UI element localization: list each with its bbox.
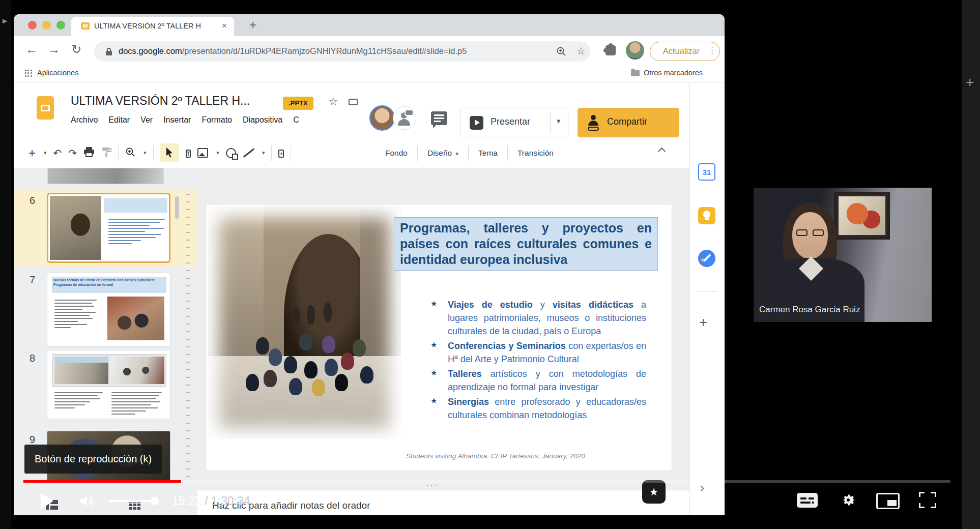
- menu-editar[interactable]: Editar: [108, 115, 130, 125]
- tab-title: ULTIMA VERSIÓN 2º TALLER H: [94, 22, 216, 32]
- menu-c[interactable]: C: [293, 115, 300, 125]
- speaker-notes-bar[interactable]: Haz clic para añadir notas del orador ★: [197, 490, 689, 515]
- slide-thumbnail-6-selected[interactable]: [47, 193, 170, 263]
- calendar-icon[interactable]: 31: [698, 163, 715, 181]
- window-close-button[interactable]: [28, 21, 37, 30]
- present-button[interactable]: Presentar ▾: [460, 108, 568, 137]
- apps-grid-icon[interactable]: [25, 70, 32, 77]
- slide-number: 7: [30, 274, 35, 286]
- window-zoom-button[interactable]: [56, 21, 65, 30]
- volume-slider-knob[interactable]: [151, 497, 159, 505]
- forward-button[interactable]: →: [48, 42, 60, 56]
- insert-shape-button[interactable]: [226, 148, 236, 158]
- new-slide-button[interactable]: +: [28, 146, 36, 160]
- transition-button[interactable]: Transición: [508, 149, 563, 158]
- thumbnail-text-line: [54, 395, 98, 396]
- speaker-name-label: Carmen Rosa Garcia Ruiz: [759, 305, 860, 315]
- move-folder-icon[interactable]: [349, 99, 358, 105]
- share-person-body-icon: [588, 121, 598, 126]
- collaborator-avatar[interactable]: [369, 105, 395, 131]
- volume-button[interactable]: [78, 493, 96, 509]
- menu-archivo[interactable]: Archivo: [71, 115, 98, 125]
- image-caret-icon[interactable]: ▾: [216, 150, 219, 156]
- theme-button[interactable]: Tema: [469, 149, 507, 158]
- share-person-icon: [591, 115, 596, 120]
- share-button[interactable]: Compartir: [578, 108, 679, 137]
- select-tool-button[interactable]: [160, 143, 179, 162]
- document-title[interactable]: ULTIMA VERSIÓN 2º TALLER H...: [71, 94, 250, 108]
- thumbnail-text-line: [111, 398, 156, 399]
- zoom-page-icon[interactable]: [556, 46, 566, 58]
- hide-panel-chevron-icon[interactable]: ›: [700, 481, 704, 495]
- star-document-icon[interactable]: ☆: [328, 95, 338, 108]
- menu-insertar[interactable]: Insertar: [163, 115, 191, 125]
- thumbnail-text-line: [111, 395, 159, 396]
- progress-bar-elapsed: [23, 480, 181, 483]
- play-button[interactable]: [41, 493, 53, 509]
- collapse-toolbar-icon[interactable]: [659, 146, 667, 155]
- anonymous-viewer-avatar[interactable]: [393, 106, 416, 130]
- slide-thumbnail-7[interactable]: Nuevas formas de entrar en contacto con …: [47, 273, 170, 347]
- settings-gear-icon[interactable]: [840, 491, 857, 509]
- keep-icon[interactable]: [698, 207, 715, 224]
- browser-profile-avatar[interactable]: [626, 41, 644, 60]
- filmstrip-scrollbar[interactable]: [175, 196, 179, 219]
- explore-button[interactable]: ★: [642, 480, 666, 504]
- line-caret-icon[interactable]: ▾: [262, 150, 265, 156]
- slide-thumbnail-5[interactable]: [47, 168, 164, 184]
- undo-button[interactable]: ↶: [53, 147, 62, 159]
- other-bookmarks[interactable]: Otros marcadores: [644, 69, 703, 77]
- paint-format-button[interactable]: [101, 147, 111, 159]
- bookmark-apps[interactable]: Aplicaciones: [37, 69, 78, 77]
- extensions-puzzle-icon[interactable]: [606, 45, 616, 55]
- volume-slider[interactable]: [109, 500, 156, 502]
- url-path: /presentation/d/1uRDkP4ERamjzoGNHlYRdunM…: [182, 46, 467, 55]
- browser-menu-dots-icon[interactable]: ⋮: [708, 45, 716, 56]
- new-slide-caret-icon[interactable]: ▾: [44, 150, 47, 156]
- zoom-caret-icon[interactable]: ▾: [143, 150, 147, 156]
- redo-button[interactable]: ↷: [68, 147, 77, 159]
- browser-tab[interactable]: ULTIMA VERSIÓN 2º TALLER H ×: [71, 17, 234, 36]
- print-button[interactable]: [83, 147, 95, 159]
- insert-comment-button[interactable]: +: [278, 149, 283, 158]
- slide-thumbnail-8[interactable]: [47, 350, 170, 419]
- layout-button[interactable]: Diseño ▾: [418, 149, 468, 158]
- person-body-icon: [398, 119, 410, 126]
- slide-bullet: ★Talleres artísticos y con metodologías …: [430, 367, 646, 394]
- bookmark-star-icon[interactable]: ☆: [577, 45, 586, 57]
- browser-toolbar: ← → ↻ docs.google.com/presentation/d/1uR…: [14, 36, 725, 65]
- menu-ver[interactable]: Ver: [140, 115, 153, 125]
- subtitles-button[interactable]: [797, 493, 818, 508]
- slides-logo-icon[interactable]: [37, 96, 54, 120]
- reload-button[interactable]: ↻: [71, 42, 81, 56]
- fullscreen-button[interactable]: [919, 492, 936, 508]
- url-domain: docs.google.com: [119, 46, 182, 55]
- window-minimize-button[interactable]: [42, 21, 51, 30]
- miniplayer-button[interactable]: [876, 493, 900, 509]
- present-dropdown-icon[interactable]: ▾: [557, 116, 561, 126]
- insert-image-button[interactable]: [197, 148, 208, 158]
- zoom-tool-button[interactable]: [125, 147, 135, 159]
- slide-number: 9: [30, 434, 35, 446]
- insert-line-button[interactable]: [243, 148, 254, 159]
- progress-bar[interactable]: [23, 480, 950, 483]
- comments-button[interactable]: [431, 111, 447, 125]
- menu-diapositiva[interactable]: Diapositiva: [243, 115, 282, 125]
- background-button[interactable]: Fondo: [376, 149, 417, 158]
- bullet-text: Sinergias entre profesorado y educadoras…: [448, 395, 646, 422]
- text-box-button[interactable]: T: [186, 149, 191, 158]
- slide-bullet: ★Sinergias entre profesorado y educadora…: [430, 395, 646, 422]
- back-button[interactable]: ←: [25, 42, 38, 56]
- tasks-icon[interactable]: [698, 250, 715, 267]
- add-addon-button[interactable]: +: [699, 314, 707, 331]
- divider: [153, 145, 154, 161]
- tab-close-icon[interactable]: ×: [222, 21, 227, 31]
- edge-plus-icon: +: [966, 74, 974, 91]
- address-bar[interactable]: docs.google.com/presentation/d/1uRDkP4ER…: [94, 41, 590, 62]
- new-tab-button[interactable]: +: [249, 18, 256, 32]
- thumbnail-photo-strip: [52, 354, 166, 387]
- menu-formato[interactable]: Formato: [201, 115, 232, 125]
- slide-canvas[interactable]: Programas, talleres y proyectos en paíse…: [206, 204, 672, 471]
- thumbnail-text-line: [54, 315, 90, 316]
- thumbnail-text-line: [54, 327, 71, 328]
